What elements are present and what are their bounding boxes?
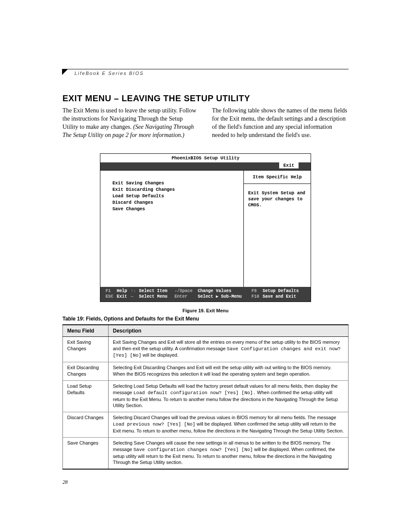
key-action: Help — [116, 288, 130, 294]
bios-item: Exit Saving Changes — [112, 180, 238, 186]
key-action: Save and Exit — [262, 294, 307, 300]
table-row: Discard ChangesSelecting Discard Changes… — [63, 412, 349, 438]
table-row: Save ChangesSelecting Save Changes will … — [63, 437, 349, 469]
bios-item: Save Changes — [112, 206, 238, 212]
cell-description: Selecting Save Changes will cause the ne… — [109, 437, 349, 469]
key-action: Exit — [116, 294, 130, 300]
key-action: Select Menu — [138, 294, 174, 300]
bios-item: Load Setup Defaults — [112, 193, 238, 199]
bios-title: PhoenixBIOS Setup Utility — [100, 154, 311, 162]
cell-description: Selecting Discard Changes will load the … — [109, 412, 349, 438]
bios-item: Discard Changes — [112, 199, 238, 205]
key-action: Select Item — [138, 288, 174, 294]
bios-help-title: Item Specific Help — [244, 171, 311, 184]
fields-table: Menu Field Description Exit Saving Chang… — [62, 324, 349, 470]
table-row: Exit Saving ChangesExit Saving Changes a… — [63, 336, 349, 362]
key-label: ↑↓ — [131, 289, 136, 293]
cell-description: Exit Saving Changes and Exit will store … — [109, 336, 349, 362]
key-action: Select ▶ Sub-Menu — [197, 294, 251, 300]
intro-left: The Exit Menu is used to leave the setup… — [62, 107, 199, 140]
figure-caption: Figure 19. Exit Menu — [62, 308, 349, 313]
cell-menu-field: Exit Saving Changes — [63, 336, 109, 362]
cell-description: Selecting Exit Discarding Changes and Ex… — [109, 362, 349, 381]
cell-menu-field: Load Setup Defaults — [63, 380, 109, 412]
key-label: ↔ — [131, 294, 134, 299]
bios-help-text: Exit System Setup and save your changes … — [244, 184, 311, 215]
table-caption: Table 19: Fields, Options and Defaults f… — [62, 316, 349, 322]
cell-menu-field: Exit Discarding Changes — [63, 362, 109, 381]
bios-tab-exit: Exit — [279, 162, 299, 168]
key-action: Change Values — [197, 288, 251, 294]
key-label: F10 — [252, 294, 259, 299]
th-description: Description — [109, 325, 349, 337]
bios-screenshot: PhoenixBIOS Setup Utility Exit Exit Savi… — [100, 153, 311, 302]
cell-menu-field: Discard Changes — [63, 412, 109, 438]
running-header-text: LifeBook E Series BIOS — [75, 69, 144, 76]
intro-right: The following table shows the names of t… — [212, 107, 349, 140]
page-title: EXIT MENU – LEAVING THE SETUP UTILITY — [62, 93, 349, 103]
key-label: F9 — [252, 289, 257, 293]
key-action: Setup Defaults — [262, 288, 307, 294]
bios-menubar: Exit — [100, 162, 311, 170]
th-menu-field: Menu Field — [63, 325, 109, 337]
header-marker-icon — [62, 69, 68, 75]
bios-item: Exit Discarding Changes — [112, 187, 238, 193]
key-label: F1 — [106, 289, 111, 293]
cell-description: Selecting Load Setup Defaults will load … — [109, 380, 349, 412]
bios-menu-list: Exit Saving Changes Exit Discarding Chan… — [100, 171, 243, 287]
key-label: ESC — [106, 294, 113, 299]
table-row: Exit Discarding ChangesSelecting Exit Di… — [63, 362, 349, 381]
table-row: Load Setup DefaultsSelecting Load Setup … — [63, 380, 349, 412]
intro-columns: The Exit Menu is used to leave the setup… — [62, 107, 349, 140]
key-label: Enter — [174, 294, 187, 299]
bios-footer: F1 Help ↑↓ Select Item -/Space Change Va… — [100, 287, 311, 302]
key-label: -/Space — [174, 289, 193, 293]
cell-menu-field: Save Changes — [63, 437, 109, 469]
page-number: 28 — [62, 479, 349, 485]
running-header: LifeBook E Series BIOS — [62, 69, 349, 77]
